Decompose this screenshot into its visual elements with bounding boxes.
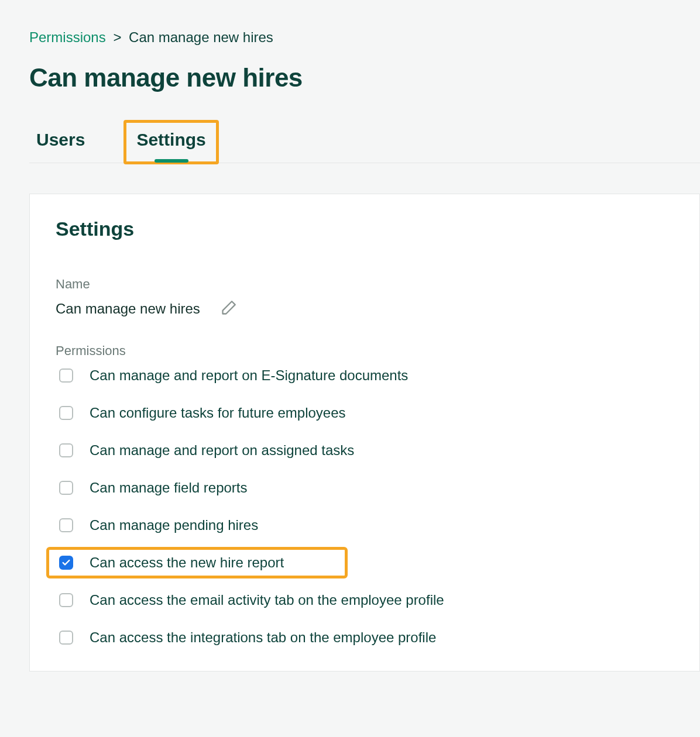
permission-label: Can manage field reports (90, 480, 247, 496)
breadcrumb-root-link[interactable]: Permissions (29, 29, 106, 45)
permission-checkbox[interactable] (59, 406, 73, 420)
permission-label: Can manage and report on E-Signature doc… (90, 367, 408, 384)
permission-row: Can manage field reports (56, 478, 674, 498)
permissions-field-label: Permissions (56, 343, 674, 359)
permission-label: Can manage and report on assigned tasks (90, 442, 354, 459)
permission-checkbox[interactable] (59, 481, 73, 495)
permissions-list: Can manage and report on E-Signature doc… (56, 366, 674, 648)
tab-label: Settings (136, 130, 205, 149)
settings-heading: Settings (56, 218, 674, 240)
pencil-icon[interactable] (218, 299, 238, 319)
permission-checkbox[interactable] (59, 443, 73, 457)
permission-row: Can access the email activity tab on the… (56, 590, 674, 610)
permission-row: Can configure tasks for future employees (56, 403, 674, 423)
name-value: Can manage new hires (56, 301, 200, 317)
permission-label: Can manage pending hires (90, 517, 258, 533)
permission-checkbox[interactable] (59, 631, 73, 645)
permission-row: Can manage pending hires (56, 515, 674, 535)
tab-users[interactable]: Users (32, 122, 90, 163)
permission-label: Can access the new hire report (90, 555, 284, 571)
name-field-label: Name (56, 277, 674, 292)
page-title: Can manage new hires (29, 63, 700, 92)
permission-row: Can access the integrations tab on the e… (56, 628, 674, 648)
permission-checkbox[interactable] (59, 368, 73, 383)
permission-checkbox[interactable] (59, 518, 73, 532)
breadcrumb-separator: > (113, 29, 121, 45)
tab-settings[interactable]: Settings (132, 122, 210, 163)
permission-row: Can access the new hire report (56, 553, 674, 573)
permission-checkbox[interactable] (59, 556, 73, 570)
settings-card: Settings Name Can manage new hires Permi… (29, 194, 700, 671)
permission-row: Can manage and report on assigned tasks (56, 440, 674, 460)
permission-label: Can configure tasks for future employees (90, 405, 346, 421)
tabs: UsersSettings (29, 122, 700, 163)
tab-label: Users (36, 130, 85, 149)
permission-checkbox[interactable] (59, 593, 73, 607)
permission-label: Can access the email activity tab on the… (90, 592, 444, 608)
breadcrumb-current: Can manage new hires (129, 29, 273, 45)
permission-row: Can manage and report on E-Signature doc… (56, 366, 674, 385)
breadcrumb: Permissions > Can manage new hires (29, 29, 700, 46)
permission-label: Can access the integrations tab on the e… (90, 629, 436, 646)
